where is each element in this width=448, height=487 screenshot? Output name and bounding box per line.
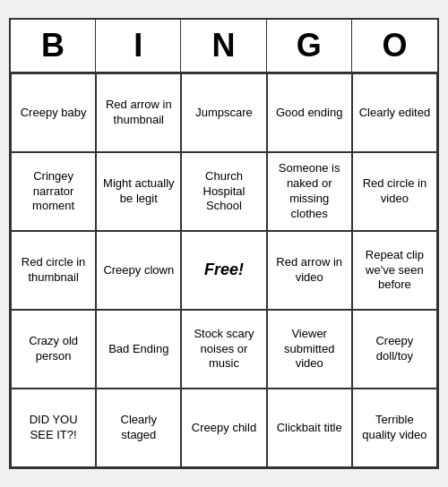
- bingo-cell-10[interactable]: Red circle in thumbnail: [11, 231, 96, 310]
- bingo-card: BINGO Creepy babyRed arrow in thumbnailJ…: [9, 18, 439, 469]
- bingo-cell-6[interactable]: Might actually be legit: [96, 152, 181, 231]
- bingo-cell-18[interactable]: Viewer submitted video: [267, 310, 352, 389]
- bingo-grid: Creepy babyRed arrow in thumbnailJumpsca…: [11, 73, 437, 467]
- bingo-cell-5[interactable]: Cringey narrator moment: [11, 152, 96, 231]
- bingo-letter-o: O: [352, 20, 437, 72]
- bingo-letter-g: G: [267, 20, 352, 72]
- bingo-cell-11[interactable]: Creepy clown: [96, 231, 181, 310]
- bingo-cell-20[interactable]: DID YOU SEE IT?!: [11, 389, 96, 467]
- bingo-cell-4[interactable]: Clearly edited: [352, 73, 437, 152]
- bingo-cell-3[interactable]: Good ending: [267, 73, 352, 152]
- bingo-cell-14[interactable]: Repeat clip we've seen before: [352, 231, 437, 310]
- bingo-cell-15[interactable]: Crazy old person: [11, 310, 96, 389]
- free-space[interactable]: Free!: [181, 231, 266, 310]
- bingo-cell-8[interactable]: Someone is naked or missing clothes: [267, 152, 352, 231]
- bingo-cell-22[interactable]: Creepy child: [181, 389, 266, 467]
- bingo-letter-b: B: [11, 20, 96, 72]
- bingo-cell-24[interactable]: Terrible quality video: [352, 389, 437, 467]
- bingo-cell-7[interactable]: Church Hospital School: [181, 152, 266, 231]
- bingo-letter-n: N: [181, 20, 266, 72]
- bingo-cell-1[interactable]: Red arrow in thumbnail: [96, 73, 181, 152]
- bingo-cell-21[interactable]: Clearly staged: [96, 389, 181, 467]
- bingo-cell-9[interactable]: Red circle in video: [352, 152, 437, 231]
- bingo-cell-17[interactable]: Stock scary noises or music: [181, 310, 266, 389]
- bingo-header: BINGO: [11, 20, 437, 73]
- bingo-letter-i: I: [96, 20, 181, 72]
- bingo-cell-16[interactable]: Bad Ending: [96, 310, 181, 389]
- bingo-cell-0[interactable]: Creepy baby: [11, 73, 96, 152]
- bingo-cell-23[interactable]: Clickbait title: [267, 389, 352, 467]
- bingo-cell-13[interactable]: Red arrow in video: [267, 231, 352, 310]
- bingo-cell-19[interactable]: Creepy doll/toy: [352, 310, 437, 389]
- bingo-cell-2[interactable]: Jumpscare: [181, 73, 266, 152]
